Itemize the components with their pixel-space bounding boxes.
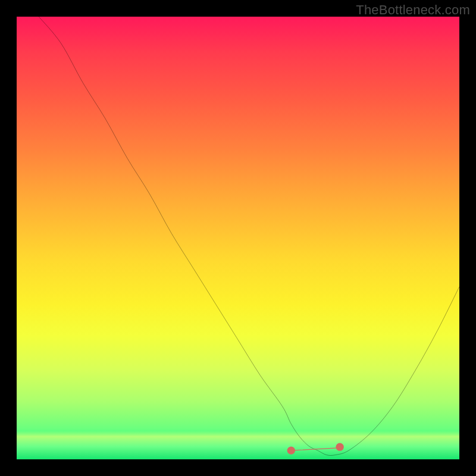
svg-line-0 (291, 448, 340, 450)
valley-marker (287, 443, 344, 454)
chart-svg-overlay (17, 17, 459, 459)
chart-plot-area (17, 17, 459, 459)
watermark-text: TheBottleneck.com (356, 2, 470, 18)
svg-point-1 (287, 446, 295, 454)
page-root: TheBottleneck.com (0, 0, 476, 476)
svg-point-2 (336, 443, 343, 450)
bottleneck-curve (39, 17, 459, 456)
